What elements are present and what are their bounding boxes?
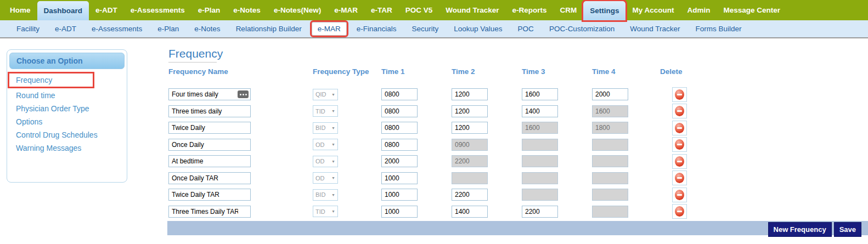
- time1-input[interactable]: [381, 122, 418, 134]
- top-nav-item-e-mar[interactable]: e-MAR: [328, 0, 364, 20]
- top-nav-item-e-assessments[interactable]: e-Assessments: [124, 0, 191, 20]
- delete-button[interactable]: [672, 171, 687, 185]
- top-nav-item-e-tar[interactable]: e-TAR: [364, 0, 399, 20]
- frequency-type-select[interactable]: BID ▼: [313, 122, 338, 134]
- sub-nav-item-poc[interactable]: POC: [510, 21, 542, 36]
- sub-nav-item-facility[interactable]: Facility: [9, 21, 47, 36]
- sub-nav-item-forms-builder[interactable]: Forms Builder: [687, 21, 749, 36]
- top-nav-item-wound-tracker[interactable]: Wound Tracker: [439, 0, 505, 20]
- time1-input[interactable]: [381, 139, 418, 151]
- time3-input[interactable]: [522, 189, 558, 201]
- time4-input[interactable]: [592, 105, 628, 117]
- frequency-type-select[interactable]: QID ▼: [313, 89, 338, 100]
- new-frequency-button[interactable]: New Frequency: [768, 222, 832, 237]
- sidebar-item-options[interactable]: Options: [9, 115, 125, 128]
- top-nav-item-e-reports[interactable]: e-Reports: [505, 0, 553, 20]
- sidebar-item-round-time[interactable]: Round time: [9, 89, 125, 102]
- time2-input[interactable]: [452, 122, 488, 134]
- top-nav-item-home[interactable]: Home: [3, 0, 37, 20]
- time3-input[interactable]: [522, 172, 558, 184]
- top-nav-item-e-adt[interactable]: e-ADT: [89, 0, 124, 20]
- save-button[interactable]: Save: [834, 222, 861, 237]
- time1-input[interactable]: [381, 189, 418, 201]
- top-nav-item-my-account[interactable]: My Account: [625, 0, 680, 20]
- time1-input[interactable]: [381, 172, 418, 184]
- sidebar-item-warning-messages[interactable]: Warning Messages: [9, 141, 125, 155]
- time4-input[interactable]: [592, 88, 628, 100]
- top-nav-item-crm[interactable]: CRM: [553, 0, 583, 20]
- time2-input[interactable]: [452, 88, 488, 100]
- time4-input[interactable]: [592, 189, 628, 201]
- frequency-name-wrap: [168, 189, 251, 201]
- sub-nav-item-e-adt[interactable]: e-ADT: [47, 21, 84, 36]
- frequency-type-select[interactable]: OD ▼: [313, 156, 338, 167]
- frequency-type-select[interactable]: TID ▼: [313, 105, 338, 117]
- sub-nav-item-lookup-values[interactable]: Lookup Values: [446, 21, 510, 36]
- delete-button[interactable]: [672, 104, 687, 118]
- frequency-name-input[interactable]: [168, 155, 251, 167]
- sub-nav-item-e-plan[interactable]: e-Plan: [150, 21, 187, 36]
- time3-input[interactable]: [522, 206, 558, 218]
- time2-input[interactable]: [452, 105, 488, 117]
- top-nav-item-message-center[interactable]: Message Center: [717, 0, 787, 20]
- frequency-name-input[interactable]: [168, 139, 251, 151]
- time2-input[interactable]: [452, 139, 488, 151]
- frequency-name-input[interactable]: [168, 189, 251, 201]
- sub-nav-item-e-financials[interactable]: e-Financials: [349, 21, 404, 36]
- frequency-name-input[interactable]: [168, 206, 251, 218]
- sidebar-item-physician-order-type[interactable]: Physician Order Type: [9, 102, 125, 115]
- delete-button[interactable]: [672, 188, 687, 202]
- delete-cell: [659, 86, 703, 103]
- frequency-name-input[interactable]: [168, 105, 251, 117]
- time3-input[interactable]: [522, 155, 558, 167]
- time4-input[interactable]: [592, 139, 628, 151]
- top-nav-item-poc-v5[interactable]: POC V5: [399, 0, 439, 20]
- top-nav-item-e-plan[interactable]: e-Plan: [191, 0, 227, 20]
- frequency-type-select[interactable]: OD ▼: [313, 172, 338, 184]
- sub-nav-item-security[interactable]: Security: [404, 21, 447, 36]
- time4-input[interactable]: [592, 155, 628, 167]
- time1-input[interactable]: [381, 88, 418, 100]
- delete-button[interactable]: [672, 204, 687, 219]
- time3-input[interactable]: [522, 105, 558, 117]
- frequency-name-input[interactable]: [168, 122, 251, 134]
- top-nav-item-admin[interactable]: Admin: [681, 0, 717, 20]
- sidebar-item-frequency[interactable]: Frequency: [9, 73, 93, 87]
- time1-input[interactable]: [381, 105, 418, 117]
- time1-input[interactable]: [381, 206, 418, 218]
- frequency-type-select[interactable]: BID ▼: [313, 189, 338, 201]
- sidebar-item-control-drug-schedules[interactable]: Control Drug Schedules: [9, 128, 125, 141]
- ellipsis-icon[interactable]: [238, 90, 249, 98]
- delete-button[interactable]: [672, 154, 687, 169]
- delete-button[interactable]: [672, 137, 687, 152]
- time3-input[interactable]: [522, 122, 558, 134]
- time2-input[interactable]: [452, 172, 488, 184]
- time4-input[interactable]: [592, 206, 628, 218]
- top-nav-item-e-notes-new-[interactable]: e-Notes(New): [267, 0, 328, 20]
- frequency-type-select[interactable]: OD ▼: [313, 139, 338, 150]
- time3-input[interactable]: [522, 139, 558, 151]
- delete-button[interactable]: [672, 87, 687, 102]
- time4-input[interactable]: [592, 172, 628, 184]
- time1-input[interactable]: [381, 155, 418, 167]
- time2-input[interactable]: [452, 189, 488, 201]
- time4-input[interactable]: [592, 122, 628, 134]
- table-column-header: Time 3: [518, 67, 589, 86]
- frequency-type-select[interactable]: TID ▼: [313, 206, 338, 217]
- time3-input[interactable]: [522, 88, 558, 100]
- sub-nav-item-e-notes[interactable]: e-Notes: [187, 21, 228, 36]
- sub-nav-item-e-assessments[interactable]: e-Assessments: [84, 21, 150, 36]
- top-nav-item-e-notes[interactable]: e-Notes: [227, 0, 267, 20]
- top-nav-item-settings[interactable]: Settings: [583, 1, 625, 20]
- sub-nav-item-wound-tracker[interactable]: Wound Tracker: [622, 21, 687, 36]
- time2-input[interactable]: [452, 155, 488, 167]
- table-column-header: Time 2: [448, 67, 518, 86]
- time2-input[interactable]: [452, 206, 488, 218]
- sub-nav-item-poc-customization[interactable]: POC-Customization: [542, 21, 622, 36]
- delete-button[interactable]: [672, 121, 687, 135]
- dropdown-caret-icon: ▼: [331, 176, 335, 180]
- sub-nav-item-e-mar[interactable]: e-MAR: [312, 22, 347, 36]
- top-nav-item-dashboard[interactable]: Dashboard: [37, 1, 89, 20]
- frequency-name-input[interactable]: [168, 172, 251, 184]
- sub-nav-item-relationship-builder[interactable]: Relationship Builder: [228, 21, 309, 36]
